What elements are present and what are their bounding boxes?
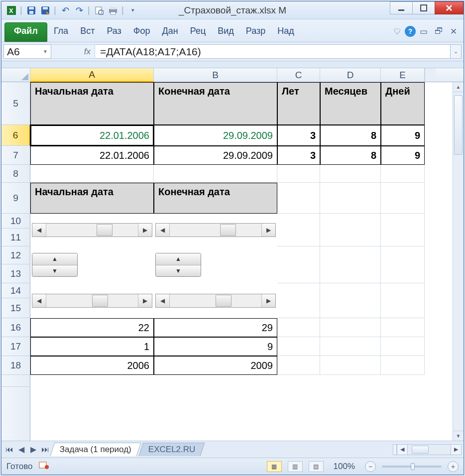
col-header-E[interactable]: E — [381, 68, 425, 82]
tab-addins[interactable]: Над — [272, 22, 300, 42]
split-handle[interactable] — [393, 444, 397, 455]
redo-button[interactable]: ↷ — [73, 4, 85, 16]
view-page-break-button[interactable]: ▤ — [309, 461, 324, 472]
row-header-15[interactable]: 15 — [1, 298, 30, 318]
cell-C5[interactable]: Лет — [277, 82, 320, 125]
cell-B5[interactable]: Конечная дата — [154, 82, 277, 125]
cell-E8[interactable] — [381, 165, 425, 183]
tab-home[interactable]: Гла — [48, 22, 74, 42]
cell-A8[interactable] — [30, 165, 154, 183]
arrow-right-icon[interactable]: ▶ — [138, 224, 152, 237]
save-button[interactable] — [25, 4, 37, 16]
col-header-A[interactable]: A — [30, 68, 154, 82]
arrow-left-icon[interactable]: ◀ — [397, 444, 408, 455]
expand-formula-button[interactable]: ⌄ — [451, 44, 462, 59]
arrow-up-icon[interactable]: ▲ — [32, 253, 77, 265]
arrow-down-icon[interactable]: ▼ — [156, 265, 201, 277]
cell-E12[interactable] — [381, 246, 425, 283]
cell-D18[interactable] — [320, 356, 381, 375]
quick-print-button[interactable] — [107, 4, 119, 16]
spinner-control-start[interactable]: ▲ ▼ — [32, 253, 78, 277]
cell-E6[interactable]: 9 — [381, 125, 425, 146]
cell-C6[interactable]: 3 — [277, 125, 320, 146]
sheet-tab-active[interactable]: Задача (1 период) — [50, 443, 141, 456]
cell-E10[interactable] — [381, 214, 425, 246]
cell-B17[interactable]: 9 — [154, 337, 277, 356]
ribbon-display-button[interactable]: ▭ — [417, 24, 431, 38]
zoom-level[interactable]: 100% — [334, 462, 355, 472]
scrollbar-control-start-2[interactable]: ◀ ▶ — [32, 294, 152, 308]
horizontal-scrollbar[interactable]: ◀ ▶ — [393, 444, 462, 455]
macro-record-icon[interactable] — [39, 461, 49, 472]
cell-C16[interactable] — [277, 318, 320, 337]
cell-C9[interactable] — [277, 183, 320, 214]
cell-A17[interactable]: 1 — [30, 337, 154, 356]
hscroll-track[interactable] — [408, 444, 451, 455]
row-header-9[interactable]: 9 — [1, 183, 30, 214]
scroll-thumb[interactable] — [97, 224, 113, 236]
cell-C10[interactable] — [277, 214, 320, 246]
row-header-18[interactable]: 18 — [1, 356, 30, 375]
row-header-14[interactable]: 14 — [1, 283, 30, 298]
arrow-up-icon[interactable]: ▲ — [453, 82, 464, 92]
chevron-down-icon[interactable]: ▼ — [43, 49, 48, 54]
cell-D17[interactable] — [320, 337, 381, 356]
scroll-thumb[interactable] — [216, 295, 232, 307]
scrollbar-control-end-2[interactable]: ◀ ▶ — [155, 294, 276, 308]
vscroll-thumb[interactable] — [454, 95, 463, 155]
cell-C14[interactable] — [277, 283, 320, 318]
scrollbar-control-end-1[interactable]: ◀ ▶ — [155, 223, 276, 237]
cell-B7[interactable]: 29.09.2009 — [154, 146, 277, 165]
sheet-nav-first[interactable]: ⏮ — [4, 444, 15, 455]
select-all-button[interactable] — [1, 68, 30, 82]
cell-D10[interactable] — [320, 214, 381, 246]
save-as-button[interactable] — [39, 4, 51, 16]
cell-A14-15[interactable]: ◀ ▶ — [30, 283, 154, 318]
row-header-13[interactable]: 13 — [1, 264, 30, 283]
cell-B18[interactable]: 2009 — [154, 356, 277, 375]
row-header-8[interactable]: 8 — [1, 165, 30, 183]
cell-B12-13[interactable]: ▲ ▼ — [154, 246, 277, 283]
cell-C17[interactable] — [277, 337, 320, 356]
scroll-track[interactable] — [170, 224, 261, 237]
scroll-track[interactable] — [46, 294, 138, 307]
cells[interactable]: Начальная дата Конечная дата Лет Месяцев… — [30, 82, 453, 441]
scroll-track[interactable] — [46, 224, 138, 237]
tab-data[interactable]: Дан — [157, 22, 184, 42]
tab-insert[interactable]: Вст — [75, 22, 100, 42]
col-header-B[interactable]: B — [154, 68, 277, 82]
cell-D6[interactable]: 8 — [320, 125, 381, 146]
hscroll-thumb[interactable] — [412, 446, 429, 454]
arrow-up-icon[interactable]: ▲ — [156, 253, 201, 265]
print-preview-button[interactable] — [93, 4, 105, 16]
tab-developer[interactable]: Разр — [240, 22, 271, 42]
formula-input[interactable]: =ДАТА(A18;A17;A16) — [95, 44, 451, 59]
row-header-16[interactable]: 16 — [1, 318, 30, 337]
arrow-right-icon[interactable]: ▶ — [138, 294, 152, 307]
cell-A18[interactable]: 2006 — [30, 356, 154, 375]
maximize-button[interactable] — [412, 1, 435, 14]
cell-C8[interactable] — [277, 165, 320, 183]
cell-B10-11[interactable]: ◀ ▶ — [154, 214, 277, 246]
zoom-slider-thumb[interactable] — [411, 463, 415, 470]
cell-B6[interactable]: 29.09.2009 — [154, 125, 277, 146]
cell-A7[interactable]: 22.01.2006 — [30, 146, 154, 165]
cell-E9[interactable] — [381, 183, 425, 214]
vertical-scrollbar[interactable]: ▲ ▼ — [453, 82, 464, 441]
cell-A5[interactable]: Начальная дата — [30, 82, 154, 125]
fx-icon[interactable]: fx — [84, 47, 91, 57]
cell-C12[interactable] — [277, 246, 320, 283]
cell-D5[interactable]: Месяцев — [320, 82, 381, 125]
arrow-right-icon[interactable]: ▶ — [261, 224, 275, 237]
arrow-right-icon[interactable]: ▶ — [261, 294, 275, 307]
cell-D14[interactable] — [320, 283, 381, 318]
cell-B16[interactable]: 29 — [154, 318, 277, 337]
cell-A16[interactable]: 22 — [30, 318, 154, 337]
col-header-D[interactable]: D — [320, 68, 381, 82]
row-header-7[interactable]: 7 — [1, 146, 30, 165]
tab-review[interactable]: Рец — [185, 22, 212, 42]
restore-window-button[interactable]: 🗗 — [432, 24, 446, 38]
arrow-right-icon[interactable]: ▶ — [451, 444, 462, 455]
row-header-10[interactable]: 10 — [1, 214, 30, 229]
arrow-left-icon[interactable]: ◀ — [32, 294, 46, 307]
